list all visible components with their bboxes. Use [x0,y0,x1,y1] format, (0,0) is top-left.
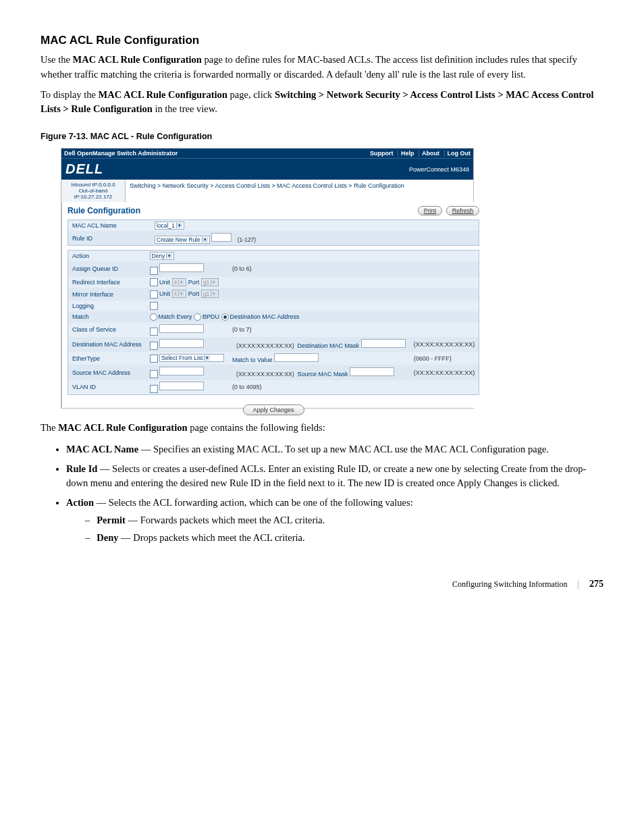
tree-node[interactable]: +Traffic Mirroring [61,325,62,333]
rule-id-select[interactable]: Create New Rule▾ [155,236,210,244]
tree-node[interactable]: +Ports [61,317,62,325]
figure-caption: Figure 7-13. MAC ACL - Rule Configuratio… [41,132,603,141]
port-label: Port [188,290,200,297]
tree-node[interactable]: Binding Config [61,309,62,317]
match-dstmac-label: Destination MAC Address [230,313,300,320]
match-every-radio[interactable] [150,313,157,321]
tree-node[interactable]: +IP Access Co [61,268,62,276]
match-every-label: Match Every [159,313,192,320]
srcmac-checkbox[interactable] [150,370,158,378]
ip-breadcrumb-bar: Inbound IP:0.0.0.0 Out-of-band IP:10.27.… [61,180,473,202]
redirect-label: Redirect Interface [68,276,146,288]
footer-section: Configuring Switching Information [452,579,568,589]
section-title: MAC ACL Rule Configuration [41,34,603,47]
link-support[interactable]: Support [367,150,394,157]
srcmask-input[interactable] [350,367,394,376]
match-bpdu-label: BPDU [203,313,219,320]
apply-changes-button[interactable]: Apply Changes [243,405,304,415]
field-item-ruleid: Rule Id — Selects or creates a user-defi… [66,462,603,490]
dstmac-checkbox[interactable] [150,342,158,350]
ethertype-value-input[interactable] [274,353,319,362]
dstmask-input[interactable] [361,339,406,348]
tree-node[interactable]: Configurati [61,284,62,292]
tree-node[interactable]: +GARP [61,341,62,349]
mac-acl-name-select[interactable]: local_1▾ [155,221,184,230]
match-bpdu-radio[interactable] [194,313,201,321]
tree-node[interactable]: +Voice VLAN [61,365,62,373]
text-bold: MAC ACL Rule Configuration [58,422,187,433]
redirect-unit-select[interactable]: 4▾ [172,278,187,286]
port-label: Port [188,279,200,286]
link-help[interactable]: Help [398,150,414,157]
mirror-checkbox[interactable] [150,290,158,298]
cos-checkbox[interactable] [150,328,158,336]
srcmac-input[interactable] [159,367,204,375]
rule-id-input[interactable] [211,233,232,242]
cos-input[interactable] [159,324,204,333]
action-select[interactable]: Deny▾ [150,252,175,260]
refresh-button[interactable]: Refresh [446,206,480,215]
tree-node[interactable]: 📁Home [61,203,62,211]
mirror-port-select[interactable]: g1▾ [201,290,219,298]
tree-node[interactable]: +Address Tables [61,333,62,341]
print-button[interactable]: Print [418,206,443,215]
apply-row: Apply Changes [68,399,479,421]
dstmask-hint: (XX:XX:XX:XX:XX:XX) [410,337,479,352]
model-label: PowerConnect M6348 [409,166,469,173]
tree-node[interactable]: +Link Aggregation [61,373,62,382]
cos-label: Class of Service [68,323,146,338]
logging-label: Logging [68,300,146,311]
ethertype-match-hint: (0600 - FFFF) [410,352,479,365]
tree-node[interactable]: +LLDP [61,390,62,398]
panel-identity: MAC ACL Name local_1▾ Rule ID Create New… [68,219,479,246]
tree-node[interactable]: +IPv6 Access [61,301,62,309]
logging-checkbox[interactable] [150,302,158,310]
tree-node[interactable]: −Access Control L [61,260,62,268]
text: page, click [227,89,275,100]
ethertype-match-label: Match to Value [232,357,272,363]
tree-node[interactable]: Dot1x Authentic [61,236,62,244]
mirror-unit-select[interactable]: 4▾ [172,290,187,298]
fields-intro: The MAC ACL Rule Configuration page cont… [41,421,603,436]
queue-checkbox[interactable] [150,267,158,275]
queue-input[interactable] [159,263,204,272]
intro-paragraph-2: To display the MAC ACL Rule Configuratio… [41,88,603,118]
match-dstmac-radio[interactable] [221,313,229,321]
dell-logo: DELL [65,161,103,177]
text: Use the [41,54,73,65]
text-bold: MAC ACL Rule Configuration [99,89,227,100]
ethertype-checkbox[interactable] [150,355,158,363]
text: To display the [41,89,99,100]
ethertype-select[interactable]: Select From List▾ [159,354,224,362]
tree-node[interactable]: +VLAN [61,357,62,365]
rule-id-label: Rule ID [68,232,151,246]
tree-node[interactable]: +Multicast Support [61,382,62,390]
field-item-deny: Deny — Drops packets which meet the ACL … [85,531,603,545]
app-title: Dell OpenManage Switch Administrator [64,150,178,157]
dstmac-input[interactable] [159,339,204,348]
tree-node[interactable]: +System [61,211,62,219]
dstmask-label: Destination MAC Mask [298,342,360,349]
redirect-checkbox[interactable] [150,278,158,286]
redirect-port-select[interactable]: g1▾ [201,278,219,286]
inbound-ip: Inbound IP:0.0.0.0 [63,182,124,188]
tree-node[interactable]: +Link Dependency [61,398,62,406]
tree-node[interactable]: −Network Security [61,228,62,236]
tree-node[interactable]: Authenticated U [61,244,62,252]
vlan-checkbox[interactable] [150,385,158,393]
tree-node[interactable]: −Switching [61,219,62,228]
vlan-input[interactable] [159,382,204,390]
page-title: Rule Configuration [68,206,140,215]
main-panel: Rule Configuration Print Refresh MAC ACL… [62,202,485,408]
tree-node[interactable]: −MAC Access [61,276,62,284]
dstmac-hint: (XX:XX:XX:XX:XX:XX) [232,342,294,349]
rule-id-hint: (1-127) [234,236,256,243]
tree-node[interactable]: +Spanning Tree [61,349,62,357]
tree-node[interactable]: Rule Config [61,292,62,301]
srcmask-hint: (XX:XX:XX:XX:XX:XX) [410,365,479,380]
link-about[interactable]: About [419,150,439,157]
field-list: MAC ACL Name — Specifies an existing MAC… [41,442,603,545]
link-logout[interactable]: Log Out [444,150,471,157]
tree-node[interactable]: Port Security [61,252,62,260]
nav-tree[interactable]: 📁Home+System−Switching−Network SecurityD… [61,202,62,408]
